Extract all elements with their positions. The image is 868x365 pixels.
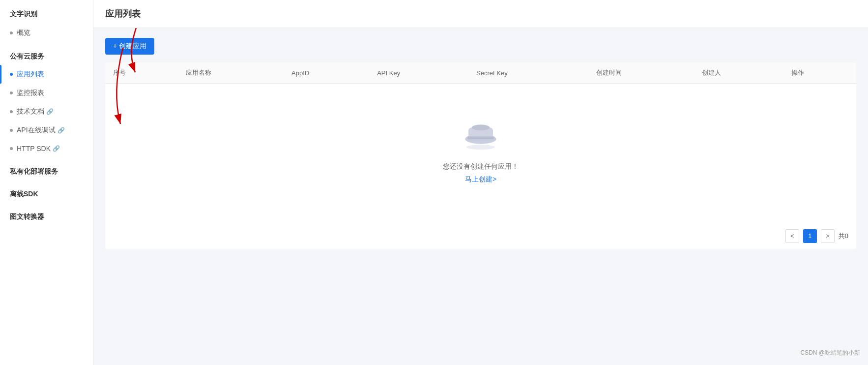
sidebar-item-overview[interactable]: 概览: [0, 24, 93, 42]
col-secret-key: Secret Key: [468, 62, 588, 84]
sidebar-group-public-cloud: 公有云服务: [0, 44, 93, 65]
sidebar-section-title: 文字识别: [0, 0, 93, 24]
external-link-icon: 🔗: [58, 127, 65, 134]
sidebar-group-private: 私有化部署服务: [0, 159, 93, 180]
sidebar-item-app-list[interactable]: 应用列表: [0, 65, 93, 84]
col-appid: AppID: [284, 62, 369, 84]
col-creator: 创建人: [694, 62, 783, 84]
main-content: 应用列表 + 创建应用: [93, 0, 868, 365]
empty-text: 您还没有创建任何应用！: [115, 162, 846, 171]
sidebar-item-label: 概览: [17, 29, 30, 37]
col-app-name: 应用名称: [178, 62, 284, 84]
table: 序号 应用名称 AppID API Key Secret Key 创建时间 创建…: [105, 62, 856, 223]
pagination: < 1 > 共0: [105, 223, 856, 249]
sidebar-group-converter: 图文转换器: [0, 205, 93, 225]
empty-state-illustration: [456, 113, 505, 152]
sidebar-item-label: 技术文档: [17, 107, 44, 116]
external-link-icon: 🔗: [53, 145, 60, 152]
page-title: 应用列表: [105, 8, 856, 20]
sidebar: 文字识别 概览 公有云服务 应用列表 监控报表 技术文档 🔗 API在线调试 🔗: [0, 0, 93, 365]
sidebar-item-http-sdk[interactable]: HTTP SDK 🔗: [0, 140, 93, 157]
content-area: + 创建应用 序号 应用名称 AppID API Key Secret Key …: [93, 28, 868, 365]
create-app-button[interactable]: + 创建应用: [105, 38, 154, 55]
sidebar-item-api-debug[interactable]: API在线调试 🔗: [0, 121, 93, 140]
app-table: 序号 应用名称 AppID API Key Secret Key 创建时间 创建…: [105, 62, 856, 249]
svg-rect-6: [467, 137, 493, 140]
table-body: 您还没有创建任何应用！ 马上创建>: [105, 84, 856, 224]
page-header: 应用列表: [93, 0, 868, 28]
table-header: 序号 应用名称 AppID API Key Secret Key 创建时间 创建…: [105, 62, 856, 84]
sidebar-item-tech-doc[interactable]: 技术文档 🔗: [0, 102, 93, 121]
empty-icon: [456, 113, 505, 152]
empty-state: 您还没有创建任何应用！ 马上创建>: [105, 84, 856, 223]
svg-point-5: [472, 124, 490, 130]
next-page-button[interactable]: >: [821, 229, 835, 243]
sidebar-dot: [10, 31, 13, 34]
sidebar-item-label: HTTP SDK: [17, 145, 51, 152]
sidebar-dot: [10, 129, 13, 132]
sidebar-item-monitor[interactable]: 监控报表: [0, 84, 93, 102]
watermark: CSDN @吃蜡笔的小新: [800, 349, 860, 357]
empty-row: 您还没有创建任何应用！ 马上创建>: [105, 84, 856, 224]
sidebar-dot: [10, 147, 13, 150]
col-api-key: API Key: [369, 62, 468, 84]
sidebar-group-offline: 离线SDK: [0, 182, 93, 203]
total-count: 共0: [839, 232, 848, 241]
sidebar-dot: [10, 91, 13, 94]
svg-point-2: [466, 145, 495, 150]
sidebar-item-label: 监控报表: [17, 89, 44, 97]
sidebar-item-label: API在线调试: [17, 126, 56, 135]
col-action: 操作: [783, 62, 856, 84]
col-create-time: 创建时间: [588, 62, 694, 84]
sidebar-dot: [10, 110, 13, 113]
sidebar-dot-active: [10, 73, 13, 76]
sidebar-item-label: 应用列表: [17, 70, 44, 79]
page-1-button[interactable]: 1: [803, 229, 817, 243]
empty-create-link[interactable]: 马上创建>: [115, 175, 846, 184]
prev-page-button[interactable]: <: [785, 229, 799, 243]
external-link-icon: 🔗: [46, 108, 54, 115]
col-index: 序号: [105, 62, 178, 84]
